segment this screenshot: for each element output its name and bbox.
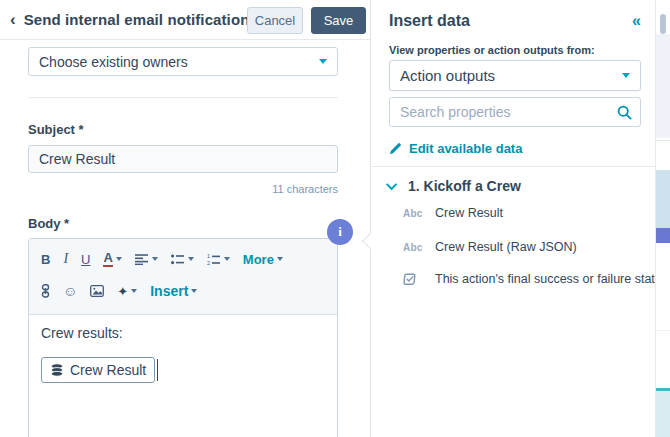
action-section-title: 1. Kickoff a Crew — [408, 178, 521, 194]
toolbar-row-2: ☺ ✦ Insert — [41, 276, 325, 306]
panel-header: ‹ Send internal email notification Cance… — [0, 0, 370, 40]
edit-available-data-label: Edit available data — [409, 141, 522, 156]
info-badge[interactable]: i — [327, 219, 353, 245]
emoji-icon: ☺ — [63, 284, 77, 298]
recipients-dropdown[interactable]: Choose existing owners — [28, 47, 338, 76]
crew-result-token[interactable]: Crew Result — [41, 357, 155, 383]
back-icon[interactable]: ‹ — [10, 11, 16, 28]
recipients-dropdown-value: Choose existing owners — [39, 54, 319, 70]
email-notification-panel: ‹ Send internal email notification Cance… — [0, 0, 370, 437]
text-cursor — [157, 359, 158, 381]
more-formatting-button[interactable]: More — [243, 252, 283, 267]
section-divider — [28, 97, 338, 98]
chevron-down-icon — [622, 73, 630, 78]
insert-data-title: Insert data — [389, 12, 632, 30]
source-dropdown-value: Action outputs — [400, 67, 622, 84]
workflow-action-editor: ‹ Send internal email notification Cance… — [0, 0, 670, 437]
sparkle-icon: ✦ — [117, 285, 128, 298]
body-text: Crew results: — [41, 325, 325, 341]
output-item-label: Crew Result — [435, 206, 503, 220]
align-button[interactable] — [135, 254, 158, 265]
italic-button[interactable]: I — [63, 251, 68, 267]
background-block — [656, 34, 670, 138]
chevron-down-icon — [116, 257, 122, 261]
insert-data-header: Insert data « — [389, 12, 641, 30]
link-button[interactable] — [41, 284, 50, 298]
chevron-down-icon — [152, 257, 158, 261]
font-color-label: A — [103, 251, 112, 267]
background-divider — [656, 140, 670, 141]
chevron-down-icon — [191, 289, 197, 293]
background-block-teal — [656, 170, 670, 228]
editor-toolbar: B I U A — [29, 239, 337, 315]
search-icon[interactable] — [617, 105, 632, 120]
svg-text:1: 1 — [207, 254, 210, 259]
chevron-down-icon — [319, 59, 327, 64]
text-type-icon: Abc — [403, 208, 425, 219]
bullet-list-button[interactable] — [171, 254, 194, 265]
collapse-panel-icon[interactable]: « — [632, 12, 641, 30]
chevron-down-icon — [386, 179, 397, 190]
insert-button[interactable]: Insert — [150, 283, 197, 299]
action-section-header[interactable]: 1. Kickoff a Crew — [389, 178, 521, 194]
edit-available-data-link[interactable]: Edit available data — [389, 141, 522, 156]
output-item-action-state[interactable]: This action's final success or failure s… — [403, 272, 662, 286]
svg-text:2: 2 — [207, 260, 210, 265]
output-item-label: This action's final success or failure s… — [435, 272, 662, 286]
subject-input[interactable] — [28, 145, 338, 173]
more-label: More — [243, 252, 274, 267]
chevron-down-icon — [188, 257, 194, 261]
output-item-crew-result-raw-json[interactable]: Abc Crew Result (Raw JSON) — [403, 240, 577, 254]
insert-label: Insert — [150, 283, 188, 299]
subject-label: Subject * — [28, 122, 84, 137]
underline-button[interactable]: U — [81, 252, 90, 267]
database-icon — [50, 363, 64, 377]
background-block-purple — [656, 228, 670, 243]
chevron-down-icon — [277, 257, 283, 261]
pencil-icon — [389, 142, 402, 155]
source-dropdown[interactable]: Action outputs — [389, 60, 641, 91]
numbered-list-icon: 12 — [207, 254, 221, 265]
bullet-list-icon — [171, 254, 185, 265]
image-icon — [90, 285, 104, 297]
token-label: Crew Result — [70, 362, 146, 378]
email-body-content[interactable]: Crew results: Crew Result — [29, 315, 337, 393]
emoji-button[interactable]: ☺ — [63, 284, 77, 298]
output-item-crew-result[interactable]: Abc Crew Result — [403, 206, 503, 220]
personalize-button[interactable]: ✦ — [117, 285, 137, 298]
search-input[interactable] — [400, 104, 617, 120]
toolbar-row-1: B I U A — [41, 244, 325, 274]
bold-button[interactable]: B — [41, 252, 50, 267]
token-row: Crew Result — [41, 357, 325, 383]
body-label: Body * — [28, 216, 69, 231]
search-box — [389, 97, 641, 127]
chevron-down-icon — [224, 257, 230, 261]
panel-section-divider — [371, 166, 655, 167]
status-check-icon — [403, 272, 425, 286]
output-item-label: Crew Result (Raw JSON) — [435, 240, 577, 254]
rich-text-editor: B I U A — [28, 238, 338, 437]
align-left-icon — [135, 254, 149, 265]
link-icon — [41, 284, 50, 298]
page-title: Send internal email notification — [24, 11, 250, 28]
font-color-button[interactable]: A — [103, 251, 121, 267]
character-count: 11 characters — [28, 183, 338, 195]
image-button[interactable] — [90, 285, 104, 297]
background-divider — [656, 330, 670, 331]
view-properties-label: View properties or action outputs from: — [389, 44, 595, 56]
insert-data-panel: Insert data « View properties or action … — [371, 0, 655, 437]
scrollbar-thumb[interactable] — [660, 14, 666, 34]
background-block-teal — [656, 391, 670, 437]
chevron-down-icon — [131, 289, 137, 293]
numbered-list-button[interactable]: 12 — [207, 254, 230, 265]
text-type-icon: Abc — [403, 242, 425, 253]
cancel-button[interactable]: Cancel — [247, 7, 303, 34]
background-page-sliver — [655, 0, 670, 437]
save-button[interactable]: Save — [311, 7, 366, 34]
